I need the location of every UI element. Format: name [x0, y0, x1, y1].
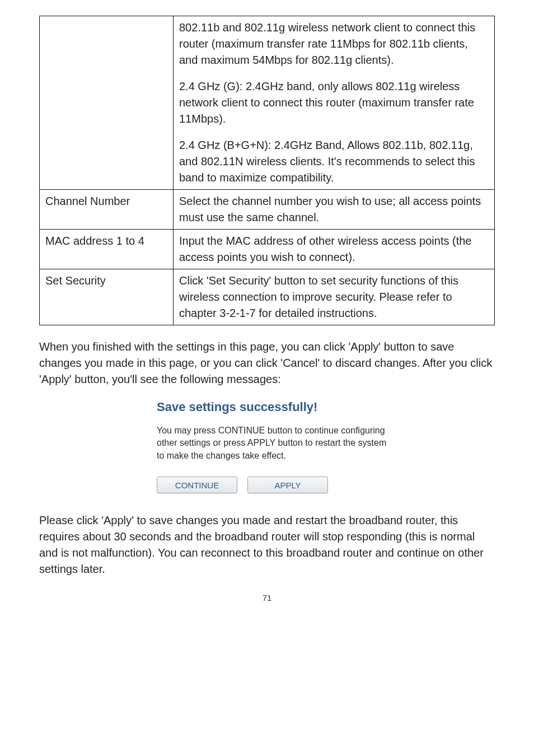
continue-button[interactable]: CONTINUE [157, 477, 237, 493]
apply-button[interactable]: APPLY [247, 477, 328, 493]
cell-para: 2.4 GHz (B+G+N): 2.4GHz Band, Allows 802… [179, 137, 489, 186]
page-number: 71 [39, 593, 495, 603]
row-desc-set-security: Click 'Set Security' button to set secur… [174, 269, 495, 325]
body-paragraph-restart-info: Please click 'Apply' to save changes you… [39, 512, 495, 577]
body-paragraph-apply-info: When you finished with the settings in t… [39, 339, 495, 388]
row-label-channel-number: Channel Number [40, 190, 174, 230]
table-row: 802.11b and 802.11g wireless network cli… [40, 16, 495, 190]
cell-para: 802.11b and 802.11g wireless network cli… [179, 20, 489, 68]
save-settings-callout: Save settings successfully! You may pres… [157, 400, 420, 493]
row-desc-channel-number: Select the channel number you wish to us… [174, 190, 495, 230]
success-title: Save settings successfully! [157, 400, 420, 414]
row-label-blank [40, 16, 174, 190]
table-row: Set Security Click 'Set Security' button… [40, 269, 495, 325]
row-desc-band-modes: 802.11b and 802.11g wireless network cli… [174, 16, 495, 190]
row-label-mac-address: MAC address 1 to 4 [40, 230, 174, 269]
cell-para: 2.4 GHz (G): 2.4GHz band, only allows 80… [179, 78, 489, 127]
row-desc-mac-address: Input the MAC address of other wireless … [174, 230, 495, 269]
settings-table: 802.11b and 802.11g wireless network cli… [39, 16, 495, 325]
row-label-set-security: Set Security [40, 269, 174, 325]
button-row: CONTINUE APPLY [157, 477, 420, 493]
table-row: MAC address 1 to 4 Input the MAC address… [40, 230, 495, 269]
table-row: Channel Number Select the channel number… [40, 190, 495, 230]
success-message: You may press CONTINUE button to continu… [157, 424, 392, 462]
